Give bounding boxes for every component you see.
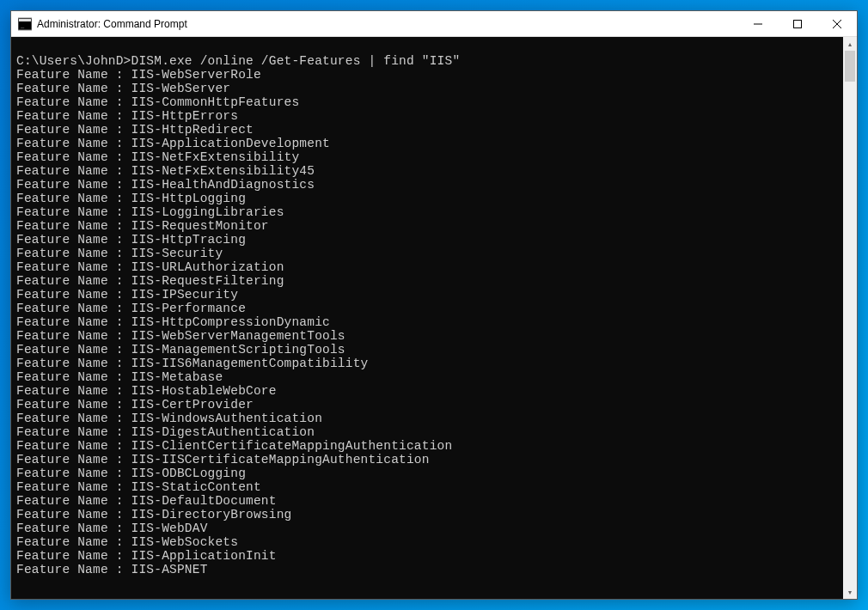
command-prompt-window: _ Administrator: Command Prompt C:\Users… — [10, 10, 858, 600]
feature-line: Feature Name : IIS-Security — [16, 247, 838, 260]
feature-line: Feature Name : IIS-HttpTracing — [16, 233, 838, 247]
feature-line: Feature Name : IIS-RequestFiltering — [16, 274, 838, 288]
feature-line: Feature Name : IIS-ApplicationInit — [16, 549, 838, 563]
feature-line: Feature Name : IIS-HttpLogging — [16, 192, 838, 205]
feature-line: Feature Name : IIS-ManagementScriptingTo… — [16, 343, 838, 357]
feature-line: Feature Name : IIS-Metabase — [16, 370, 838, 384]
svg-rect-4 — [794, 20, 802, 27]
window-controls — [738, 11, 857, 36]
feature-line: Feature Name : IIS-HttpCompressionDynami… — [16, 315, 838, 329]
feature-line: Feature Name : IIS-IIS6ManagementCompati… — [16, 357, 838, 370]
scrollbar-track[interactable] — [843, 51, 857, 585]
feature-line: Feature Name : IIS-WebServerRole — [16, 68, 838, 82]
terminal-output[interactable]: C:\Users\JohnD>DISM.exe /online /Get-Fea… — [11, 37, 843, 599]
feature-line: Feature Name : IIS-URLAuthorization — [16, 260, 838, 274]
content-area: C:\Users\JohnD>DISM.exe /online /Get-Fea… — [11, 37, 857, 599]
feature-line: Feature Name : IIS-RequestMonitor — [16, 219, 838, 233]
feature-line: Feature Name : IIS-ClientCertificateMapp… — [16, 439, 838, 453]
feature-line: Feature Name : IIS-CommonHttpFeatures — [16, 95, 838, 109]
feature-line: Feature Name : IIS-ODBCLogging — [16, 467, 838, 480]
feature-line: Feature Name : IIS-LoggingLibraries — [16, 205, 838, 219]
feature-line: Feature Name : IIS-NetFxExtensibility — [16, 150, 838, 164]
feature-line: Feature Name : IIS-IISCertificateMapping… — [16, 453, 838, 467]
feature-line: Feature Name : IIS-HttpRedirect — [16, 123, 838, 137]
scroll-down-arrow[interactable]: ▾ — [843, 585, 857, 599]
terminal-line — [16, 40, 838, 54]
feature-line: Feature Name : IIS-DirectoryBrowsing — [16, 508, 838, 522]
feature-line: Feature Name : IIS-ASPNET — [16, 563, 838, 576]
close-button[interactable] — [817, 11, 857, 36]
titlebar[interactable]: _ Administrator: Command Prompt — [11, 11, 857, 37]
feature-line: Feature Name : IIS-DefaultDocument — [16, 494, 838, 508]
maximize-button[interactable] — [778, 11, 817, 36]
feature-line: Feature Name : IIS-IPSecurity — [16, 288, 838, 302]
cmd-icon: _ — [18, 17, 32, 31]
feature-line: Feature Name : IIS-WebServer — [16, 82, 838, 95]
feature-line: Feature Name : IIS-HttpErrors — [16, 109, 838, 123]
feature-line: Feature Name : IIS-WebSockets — [16, 535, 838, 549]
feature-line: Feature Name : IIS-WindowsAuthentication — [16, 412, 838, 425]
feature-line: Feature Name : IIS-CertProvider — [16, 398, 838, 412]
feature-line: Feature Name : IIS-ApplicationDevelopmen… — [16, 137, 838, 150]
scroll-up-arrow[interactable]: ▴ — [843, 37, 857, 51]
feature-line: Feature Name : IIS-DigestAuthentication — [16, 425, 838, 439]
feature-line: Feature Name : IIS-Performance — [16, 302, 838, 315]
feature-line: Feature Name : IIS-HealthAndDiagnostics — [16, 178, 838, 192]
feature-line: Feature Name : IIS-WebDAV — [16, 522, 838, 535]
feature-line: Feature Name : IIS-WebServerManagementTo… — [16, 329, 838, 343]
scrollbar-thumb[interactable] — [845, 51, 855, 82]
command-line: C:\Users\JohnD>DISM.exe /online /Get-Fea… — [16, 54, 838, 68]
vertical-scrollbar[interactable]: ▴ ▾ — [843, 37, 857, 599]
feature-line: Feature Name : IIS-StaticContent — [16, 480, 838, 494]
feature-line: Feature Name : IIS-HostableWebCore — [16, 384, 838, 398]
window-title: Administrator: Command Prompt — [37, 18, 738, 30]
minimize-button[interactable] — [738, 11, 778, 36]
feature-line: Feature Name : IIS-NetFxExtensibility45 — [16, 164, 838, 178]
